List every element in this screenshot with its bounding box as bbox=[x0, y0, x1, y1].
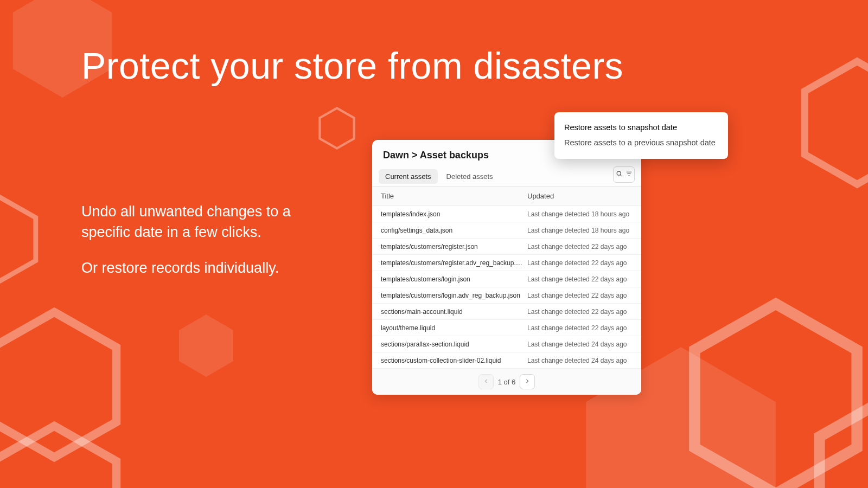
marketing-copy: Undo all unwanted changes to a specific … bbox=[81, 202, 342, 278]
asset-updated: Last change detected 18 hours ago bbox=[527, 227, 633, 234]
decorative-hexagon-outline bbox=[317, 106, 356, 151]
asset-title: layout/theme.liquid bbox=[381, 324, 527, 332]
asset-title: config/settings_data.json bbox=[381, 227, 527, 234]
decorative-hexagon-outline bbox=[0, 304, 125, 466]
table-row[interactable]: templates/customers/login.jsonLast chang… bbox=[372, 271, 641, 287]
asset-table: templates/index.jsonLast change detected… bbox=[372, 206, 641, 369]
decorative-hexagon bbox=[179, 314, 233, 377]
pager-text: 1 of 6 bbox=[498, 378, 516, 386]
pager: 1 of 6 bbox=[372, 369, 641, 395]
asset-updated: Last change detected 22 days ago bbox=[527, 308, 633, 316]
copy-line-1: Undo all unwanted changes to a specific … bbox=[81, 202, 342, 243]
restore-previous-snapshot-option[interactable]: Restore assets to a previous snapshot da… bbox=[564, 135, 718, 150]
table-row[interactable]: sections/custom-collection-slider-02.liq… bbox=[372, 352, 641, 369]
asset-updated: Last change detected 22 days ago bbox=[527, 292, 633, 299]
table-row[interactable]: templates/customers/login.adv_reg_backup… bbox=[372, 287, 641, 304]
asset-updated: Last change detected 24 days ago bbox=[527, 341, 633, 348]
asset-title: templates/customers/login.json bbox=[381, 275, 527, 283]
filter-icon bbox=[626, 170, 633, 179]
svg-marker-3 bbox=[320, 108, 354, 148]
table-row[interactable]: layout/theme.liquidLast change detected … bbox=[372, 320, 641, 336]
asset-title: sections/custom-collection-slider-02.liq… bbox=[381, 357, 527, 364]
asset-backups-panel: Dawn > Asset backups Current assets Dele… bbox=[372, 140, 641, 395]
column-header-updated: Updated bbox=[527, 192, 633, 200]
decorative-hexagon-outline bbox=[808, 380, 868, 488]
search-filter-button[interactable] bbox=[613, 166, 635, 183]
svg-marker-1 bbox=[179, 314, 233, 377]
table-row[interactable]: templates/customers/register.adv_reg_bac… bbox=[372, 255, 641, 271]
svg-line-11 bbox=[620, 175, 621, 176]
tab-bar: Current assets Deleted assets bbox=[372, 166, 641, 187]
svg-marker-8 bbox=[694, 304, 857, 488]
tab-deleted-assets[interactable]: Deleted assets bbox=[440, 169, 500, 184]
svg-marker-9 bbox=[819, 390, 868, 488]
asset-title: templates/customers/register.adv_reg_bac… bbox=[381, 259, 527, 267]
restore-menu-popover: Restore assets to snapshot date Restore … bbox=[554, 112, 728, 159]
chevron-right-icon bbox=[524, 377, 531, 387]
asset-title: sections/parallax-section.liquid bbox=[381, 341, 527, 348]
svg-marker-7 bbox=[805, 61, 868, 184]
table-header: Title Updated bbox=[372, 187, 641, 206]
table-row[interactable]: config/settings_data.jsonLast change det… bbox=[372, 222, 641, 239]
asset-title: sections/main-account.liquid bbox=[381, 308, 527, 316]
svg-marker-6 bbox=[0, 426, 116, 488]
copy-line-2: Or restore records individually. bbox=[81, 258, 342, 279]
asset-updated: Last change detected 22 days ago bbox=[527, 243, 633, 251]
decorative-hexagon-outline bbox=[0, 418, 125, 488]
svg-marker-5 bbox=[0, 312, 116, 458]
asset-updated: Last change detected 22 days ago bbox=[527, 275, 633, 283]
asset-title: templates/customers/register.json bbox=[381, 243, 527, 251]
table-row[interactable]: sections/main-account.liquidLast change … bbox=[372, 304, 641, 320]
asset-title: templates/customers/login.adv_reg_backup… bbox=[381, 292, 527, 299]
table-row[interactable]: sections/parallax-section.liquidLast cha… bbox=[372, 336, 641, 352]
pager-next-button[interactable] bbox=[520, 374, 535, 389]
decorative-hexagon-outline bbox=[0, 192, 41, 286]
asset-updated: Last change detected 22 days ago bbox=[527, 324, 633, 332]
search-icon bbox=[616, 170, 623, 179]
svg-marker-4 bbox=[0, 197, 36, 281]
asset-updated: Last change detected 18 hours ago bbox=[527, 210, 633, 218]
restore-snapshot-option[interactable]: Restore assets to snapshot date bbox=[564, 120, 718, 135]
asset-title: templates/index.json bbox=[381, 210, 527, 218]
svg-point-10 bbox=[617, 171, 621, 175]
tab-current-assets[interactable]: Current assets bbox=[379, 169, 438, 184]
page-headline: Protect your store from disasters bbox=[81, 44, 623, 87]
chevron-left-icon bbox=[483, 377, 489, 387]
asset-updated: Last change detected 22 days ago bbox=[527, 259, 633, 267]
column-header-title: Title bbox=[381, 192, 527, 200]
asset-updated: Last change detected 24 days ago bbox=[527, 357, 633, 364]
table-row[interactable]: templates/index.jsonLast change detected… bbox=[372, 206, 641, 222]
decorative-hexagon-outline bbox=[684, 293, 868, 488]
decorative-hexagon-outline bbox=[797, 54, 868, 191]
table-row[interactable]: templates/customers/register.jsonLast ch… bbox=[372, 239, 641, 255]
pager-prev-button[interactable] bbox=[478, 374, 494, 389]
